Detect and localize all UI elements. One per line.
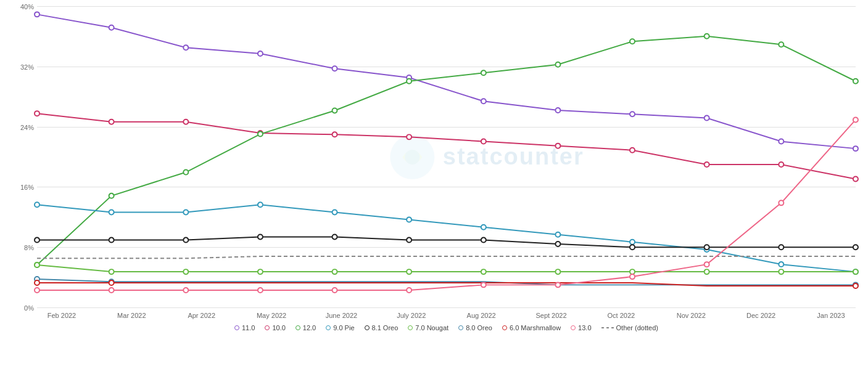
dot-11-7 <box>481 99 486 104</box>
dot-81o-4 <box>258 234 263 239</box>
legend-label-70nougat: 7.0 Nougat <box>415 324 448 331</box>
dot-9pie-2 <box>109 209 114 214</box>
dot-10-7 <box>481 139 486 144</box>
dot-81o-5 <box>333 234 337 239</box>
legend-dot-81oreo <box>365 325 370 330</box>
x-label-aug22: Aug 2022 <box>457 312 506 319</box>
dot-12-6 <box>407 79 411 84</box>
dot-13-6 <box>407 288 411 293</box>
dot-70n-11 <box>779 269 783 274</box>
dot-12-2 <box>109 193 114 198</box>
chart-container: 40% 32% 24% 16% 8% 0% <box>0 0 868 382</box>
chart-legend: 11.0 10.0 12.0 9.0 Pie 8.1 Oreo 7.0 Noug… <box>37 319 856 331</box>
dot-13-3 <box>183 288 188 293</box>
dot-81o-7 <box>481 238 486 243</box>
dot-81o-9 <box>630 245 635 250</box>
dot-12-5 <box>333 108 337 113</box>
dot-13-10 <box>705 262 709 267</box>
y-label-32: 32% <box>20 63 34 71</box>
line-12 <box>37 36 856 265</box>
dot-70n-3 <box>183 269 188 274</box>
x-label-jun22: June 2022 <box>316 312 366 319</box>
legend-dot-10 <box>265 325 270 330</box>
x-label-may22: May 2022 <box>247 312 296 319</box>
dot-10-1 <box>35 111 39 116</box>
legend-9pie: 9.0 Pie <box>326 324 354 331</box>
dot-12-11 <box>779 42 783 47</box>
x-label-oct22: Oct 2022 <box>597 312 646 319</box>
dot-11-1 <box>35 12 39 17</box>
line-other <box>37 256 856 258</box>
dot-81o-10 <box>705 245 709 250</box>
dot-70n-9 <box>630 269 635 274</box>
dot-81o-6 <box>407 238 411 243</box>
dot-12-7 <box>481 70 486 75</box>
legend-dot-9pie <box>326 325 331 330</box>
legend-label-10: 10.0 <box>272 324 285 331</box>
dot-81o-12 <box>853 245 858 250</box>
dot-11-3 <box>183 45 188 50</box>
dot-13-11 <box>779 200 783 205</box>
legend-label-60marsh: 6.0 Marshmallow <box>510 324 561 331</box>
dot-81o-2 <box>109 238 114 243</box>
dot-12-8 <box>555 62 560 67</box>
dot-10-5 <box>333 132 337 137</box>
dot-11-8 <box>555 108 560 113</box>
dot-13-9 <box>630 274 635 279</box>
dot-70n-6 <box>407 269 411 274</box>
x-axis-labels: Feb 2022 Mar 2022 Apr 2022 May 2022 June… <box>37 308 856 319</box>
dot-11-5 <box>333 66 337 71</box>
x-label-nov22: Nov 2022 <box>666 312 716 319</box>
legend-dot-12 <box>296 325 300 330</box>
dot-9pie-7 <box>481 225 486 230</box>
dot-13-12 <box>853 117 858 122</box>
dot-11-12 <box>853 146 858 151</box>
dot-70n-12 <box>853 269 858 274</box>
dot-13-4 <box>258 288 263 293</box>
y-label-0: 0% <box>24 304 34 312</box>
legend-label-13: 13.0 <box>578 324 591 331</box>
dot-60m-2 <box>109 280 114 285</box>
legend-label-9pie: 9.0 Pie <box>333 324 354 331</box>
legend-label-12: 12.0 <box>303 324 316 331</box>
dot-70n-5 <box>333 269 337 274</box>
dot-12-10 <box>705 34 709 39</box>
dot-10-9 <box>630 148 635 153</box>
dot-81o-3 <box>183 238 188 243</box>
legend-dot-80oreo <box>458 325 463 330</box>
legend-11: 11.0 <box>234 324 255 331</box>
legend-81oreo: 8.1 Oreo <box>365 324 399 331</box>
legend-10: 10.0 <box>265 324 285 331</box>
legend-label-80oreo: 8.0 Oreo <box>466 324 492 331</box>
dot-9pie-8 <box>555 232 560 237</box>
line-13 <box>37 120 856 290</box>
line-81oreo <box>37 237 856 247</box>
x-label-dec22: Dec 2022 <box>737 312 786 319</box>
dot-10-10 <box>705 162 709 167</box>
x-label-mar22: Mar 2022 <box>107 312 156 319</box>
dot-9pie-5 <box>333 209 337 214</box>
dot-81o-11 <box>779 245 783 250</box>
y-label-24: 24% <box>20 124 34 131</box>
grid-line-0: 0% <box>37 307 856 308</box>
dot-9pie-3 <box>183 209 188 214</box>
dot-13-2 <box>109 288 114 293</box>
dot-9pie-9 <box>630 240 635 245</box>
dot-70n-10 <box>705 269 709 274</box>
line-11 <box>37 14 856 148</box>
dot-70n-8 <box>555 269 560 274</box>
legend-dot-60marsh <box>502 325 507 330</box>
dot-81o-8 <box>555 242 560 246</box>
dot-70n-2 <box>109 269 114 274</box>
dot-60m-12 <box>853 283 858 288</box>
legend-dot-11 <box>234 325 239 330</box>
dot-12-9 <box>630 39 635 44</box>
dot-9pie-1 <box>35 202 39 207</box>
dot-12-12 <box>853 79 858 84</box>
legend-12: 12.0 <box>296 324 316 331</box>
dot-10-8 <box>555 144 560 148</box>
dot-70n-7 <box>481 269 486 274</box>
x-label-jan23: Jan 2023 <box>806 312 856 319</box>
y-label-40: 40% <box>20 3 34 10</box>
dot-10-6 <box>407 134 411 139</box>
